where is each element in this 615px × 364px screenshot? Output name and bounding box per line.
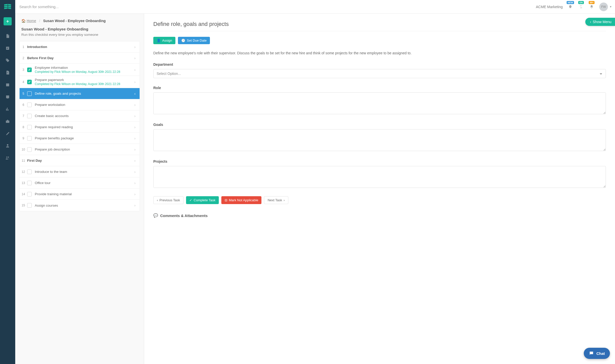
goals-label: Goals <box>153 123 606 127</box>
left-sidebar: + <box>0 0 15 364</box>
nav-reports-icon[interactable] <box>2 104 13 115</box>
task-checkbox[interactable] <box>27 68 32 72</box>
task-checkbox[interactable] <box>27 91 32 96</box>
chevron-right-icon: › <box>133 170 137 174</box>
nav-tasks-icon[interactable] <box>2 43 13 54</box>
chevron-right-icon: › <box>133 125 137 129</box>
task-meta: Completed by Flick Wilson on Monday, Aug… <box>35 70 133 74</box>
checklist-panel: 🏠 Home / Susan Wood - Employee Onboardin… <box>15 14 144 364</box>
task-title: Before First Day <box>27 56 133 60</box>
task-title: Employee information <box>35 66 133 70</box>
notifications-button[interactable]: 99+ <box>589 5 595 9</box>
task-body: Prepare workstation <box>35 103 133 107</box>
task-row[interactable]: 3Employee informationCompleted by Flick … <box>20 64 140 76</box>
nav-documents-icon[interactable] <box>2 30 13 42</box>
assign-button[interactable]: 👤 Assign <box>153 37 175 44</box>
switch-button[interactable]: ON <box>578 5 584 9</box>
task-row[interactable]: 5Define role, goals and projects‹ <box>20 88 140 99</box>
chevron-right-icon: › <box>133 56 137 60</box>
task-section[interactable]: 11First Day› <box>20 155 140 166</box>
chevron-right-icon: › <box>133 147 137 152</box>
nav-tags-icon[interactable] <box>2 55 13 66</box>
chevron-left-icon: ‹ <box>590 20 591 24</box>
task-checkbox[interactable] <box>27 80 32 84</box>
task-checkbox[interactable] <box>27 125 32 129</box>
task-row[interactable]: 4Prepare paperworkCompleted by Flick Wil… <box>20 76 140 88</box>
task-checkbox[interactable] <box>27 170 32 174</box>
comments-header-text: Comments & Attachments <box>160 213 208 218</box>
task-title: Introduction <box>27 45 133 49</box>
user-menu[interactable]: FW ▼ <box>599 3 612 11</box>
task-number: 8 <box>20 125 27 129</box>
task-number: 4 <box>20 80 27 84</box>
task-section[interactable]: 1Introduction› <box>20 41 140 53</box>
add-button[interactable]: + <box>4 17 12 25</box>
comments-header: 💬 Comments & Attachments <box>153 213 606 218</box>
org-name[interactable]: ACME Marketing <box>536 5 563 9</box>
goals-textarea[interactable] <box>153 129 606 151</box>
set-due-date-button[interactable]: 🕒 Set Due Date <box>178 37 210 44</box>
task-row[interactable]: 13Office tour› <box>20 177 140 189</box>
svg-marker-3 <box>8 4 11 6</box>
nav-library-icon[interactable] <box>2 91 13 103</box>
show-menu-button[interactable]: ‹ Show Menu <box>585 18 615 26</box>
task-row[interactable]: 8Prepare required reading› <box>20 122 140 133</box>
task-description: Define the new employee's role with thei… <box>153 50 606 56</box>
department-select[interactable]: Select Option... <box>153 69 606 78</box>
complete-task-button[interactable]: ✓ Complete Task <box>186 196 219 204</box>
task-row[interactable]: 12Introduce to the team› <box>20 166 140 177</box>
nav-toolbox-icon[interactable] <box>2 116 13 127</box>
task-number: 15 <box>20 204 27 207</box>
chevron-right-icon: › <box>133 80 137 84</box>
task-checkbox[interactable] <box>27 203 32 208</box>
task-checkbox[interactable] <box>27 181 32 185</box>
task-checkbox[interactable] <box>27 114 32 118</box>
task-number: 12 <box>20 170 27 174</box>
task-checkbox[interactable] <box>27 147 32 152</box>
nav-team-icon[interactable] <box>2 152 13 163</box>
assign-label: Assign <box>162 39 172 42</box>
breadcrumb-current: Susan Wood - Employee Onboarding <box>43 19 106 23</box>
chat-button[interactable]: Chat <box>584 348 610 359</box>
task-body: Introduce to the team <box>35 170 133 174</box>
task-checkbox[interactable] <box>27 103 32 107</box>
task-title: Define role, goals and projects <box>35 92 133 95</box>
task-checkbox[interactable] <box>27 192 32 196</box>
nav-templates-icon[interactable] <box>2 67 13 78</box>
next-task-button[interactable]: Next Task › <box>264 196 288 204</box>
show-menu-label: Show Menu <box>593 20 611 24</box>
hints-button[interactable]: NEW <box>567 5 573 9</box>
chevron-right-icon: › <box>133 68 137 72</box>
nav-user-icon[interactable] <box>2 140 13 151</box>
chevron-left-icon: ‹ <box>133 92 137 96</box>
user-icon: 👤 <box>157 39 161 42</box>
projects-textarea[interactable] <box>153 166 606 188</box>
task-body: Before First Day <box>27 56 133 60</box>
task-section[interactable]: 2Before First Day› <box>20 53 140 64</box>
avatar: FW <box>599 3 608 11</box>
projects-label: Projects <box>153 159 606 163</box>
task-row[interactable]: 10Prepare job description› <box>20 144 140 155</box>
task-title: Prepare required reading <box>35 125 133 129</box>
previous-task-button[interactable]: ‹ Previous Task <box>153 196 184 204</box>
nav-settings-icon[interactable] <box>2 128 13 139</box>
search-input[interactable] <box>18 3 536 11</box>
nav-calendar-icon[interactable] <box>2 79 13 90</box>
breadcrumb-home[interactable]: Home <box>27 19 36 23</box>
task-row[interactable]: 14Provide training material› <box>20 189 140 200</box>
task-title: Create basic accounts <box>35 114 133 118</box>
task-title: Office tour <box>35 181 133 185</box>
task-row[interactable]: 7Create basic accounts› <box>20 110 140 122</box>
role-textarea[interactable] <box>153 92 606 114</box>
task-row[interactable]: 6Prepare workstation› <box>20 99 140 110</box>
prev-label: Previous Task <box>159 198 180 202</box>
task-row[interactable]: 15Assign courses› <box>20 200 140 211</box>
task-body: Introduction <box>27 45 133 49</box>
task-number: 2 <box>20 56 27 60</box>
chevron-right-icon: › <box>284 198 285 202</box>
app-logo[interactable] <box>2 2 13 13</box>
checklist-title: Susan Wood - Employee Onboarding <box>15 26 144 33</box>
task-checkbox[interactable] <box>27 136 32 141</box>
mark-na-button[interactable]: ⊟ Mark Not Applicable <box>221 196 262 204</box>
task-row[interactable]: 9Prepare benefits package› <box>20 133 140 144</box>
